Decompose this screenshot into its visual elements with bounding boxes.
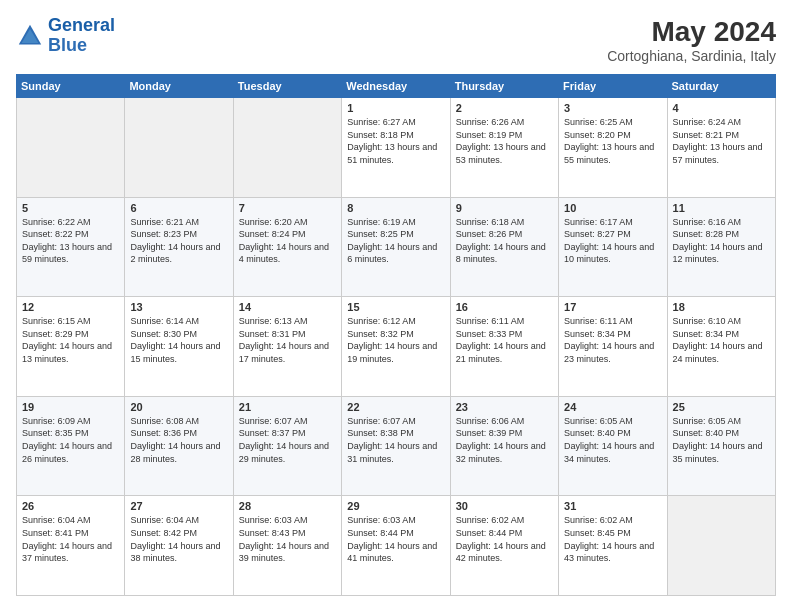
day-cell: 7Sunrise: 6:20 AMSunset: 8:24 PMDaylight…	[233, 197, 341, 297]
day-cell	[125, 98, 233, 198]
day-cell: 10Sunrise: 6:17 AMSunset: 8:27 PMDayligh…	[559, 197, 667, 297]
cell-info: Sunrise: 6:21 AMSunset: 8:23 PMDaylight:…	[130, 217, 220, 265]
day-cell: 11Sunrise: 6:16 AMSunset: 8:28 PMDayligh…	[667, 197, 775, 297]
day-number: 30	[456, 500, 553, 512]
day-cell: 16Sunrise: 6:11 AMSunset: 8:33 PMDayligh…	[450, 297, 558, 397]
cell-info: Sunrise: 6:05 AMSunset: 8:40 PMDaylight:…	[564, 416, 654, 464]
logo-line2: Blue	[48, 35, 87, 55]
cell-info: Sunrise: 6:25 AMSunset: 8:20 PMDaylight:…	[564, 117, 654, 165]
cell-info: Sunrise: 6:04 AMSunset: 8:42 PMDaylight:…	[130, 515, 220, 563]
day-number: 7	[239, 202, 336, 214]
day-number: 18	[673, 301, 770, 313]
cell-info: Sunrise: 6:18 AMSunset: 8:26 PMDaylight:…	[456, 217, 546, 265]
cell-info: Sunrise: 6:27 AMSunset: 8:18 PMDaylight:…	[347, 117, 437, 165]
cell-info: Sunrise: 6:05 AMSunset: 8:40 PMDaylight:…	[673, 416, 763, 464]
day-number: 24	[564, 401, 661, 413]
day-number: 25	[673, 401, 770, 413]
day-number: 1	[347, 102, 444, 114]
day-cell: 26Sunrise: 6:04 AMSunset: 8:41 PMDayligh…	[17, 496, 125, 596]
header-cell-tuesday: Tuesday	[233, 75, 341, 98]
title-block: May 2024 Cortoghiana, Sardinia, Italy	[607, 16, 776, 64]
day-cell: 2Sunrise: 6:26 AMSunset: 8:19 PMDaylight…	[450, 98, 558, 198]
page: General Blue May 2024 Cortoghiana, Sardi…	[0, 0, 792, 612]
week-row-4: 26Sunrise: 6:04 AMSunset: 8:41 PMDayligh…	[17, 496, 776, 596]
week-row-1: 5Sunrise: 6:22 AMSunset: 8:22 PMDaylight…	[17, 197, 776, 297]
day-number: 15	[347, 301, 444, 313]
day-number: 2	[456, 102, 553, 114]
day-number: 6	[130, 202, 227, 214]
day-number: 21	[239, 401, 336, 413]
day-cell: 19Sunrise: 6:09 AMSunset: 8:35 PMDayligh…	[17, 396, 125, 496]
day-cell: 18Sunrise: 6:10 AMSunset: 8:34 PMDayligh…	[667, 297, 775, 397]
day-number: 13	[130, 301, 227, 313]
day-number: 26	[22, 500, 119, 512]
day-cell: 28Sunrise: 6:03 AMSunset: 8:43 PMDayligh…	[233, 496, 341, 596]
day-cell: 1Sunrise: 6:27 AMSunset: 8:18 PMDaylight…	[342, 98, 450, 198]
day-number: 8	[347, 202, 444, 214]
cell-info: Sunrise: 6:24 AMSunset: 8:21 PMDaylight:…	[673, 117, 763, 165]
week-row-3: 19Sunrise: 6:09 AMSunset: 8:35 PMDayligh…	[17, 396, 776, 496]
day-cell: 9Sunrise: 6:18 AMSunset: 8:26 PMDaylight…	[450, 197, 558, 297]
cell-info: Sunrise: 6:07 AMSunset: 8:38 PMDaylight:…	[347, 416, 437, 464]
day-number: 29	[347, 500, 444, 512]
day-number: 23	[456, 401, 553, 413]
day-number: 16	[456, 301, 553, 313]
cell-info: Sunrise: 6:11 AMSunset: 8:33 PMDaylight:…	[456, 316, 546, 364]
header-cell-monday: Monday	[125, 75, 233, 98]
day-cell: 20Sunrise: 6:08 AMSunset: 8:36 PMDayligh…	[125, 396, 233, 496]
cell-info: Sunrise: 6:08 AMSunset: 8:36 PMDaylight:…	[130, 416, 220, 464]
day-cell: 31Sunrise: 6:02 AMSunset: 8:45 PMDayligh…	[559, 496, 667, 596]
cell-info: Sunrise: 6:15 AMSunset: 8:29 PMDaylight:…	[22, 316, 112, 364]
week-row-2: 12Sunrise: 6:15 AMSunset: 8:29 PMDayligh…	[17, 297, 776, 397]
day-number: 19	[22, 401, 119, 413]
day-cell: 29Sunrise: 6:03 AMSunset: 8:44 PMDayligh…	[342, 496, 450, 596]
day-cell: 15Sunrise: 6:12 AMSunset: 8:32 PMDayligh…	[342, 297, 450, 397]
cell-info: Sunrise: 6:11 AMSunset: 8:34 PMDaylight:…	[564, 316, 654, 364]
cell-info: Sunrise: 6:20 AMSunset: 8:24 PMDaylight:…	[239, 217, 329, 265]
header-cell-sunday: Sunday	[17, 75, 125, 98]
day-cell: 22Sunrise: 6:07 AMSunset: 8:38 PMDayligh…	[342, 396, 450, 496]
cell-info: Sunrise: 6:14 AMSunset: 8:30 PMDaylight:…	[130, 316, 220, 364]
header-row: SundayMondayTuesdayWednesdayThursdayFrid…	[17, 75, 776, 98]
day-number: 22	[347, 401, 444, 413]
day-cell: 25Sunrise: 6:05 AMSunset: 8:40 PMDayligh…	[667, 396, 775, 496]
cell-info: Sunrise: 6:04 AMSunset: 8:41 PMDaylight:…	[22, 515, 112, 563]
calendar-table: SundayMondayTuesdayWednesdayThursdayFrid…	[16, 74, 776, 596]
day-cell	[233, 98, 341, 198]
day-number: 20	[130, 401, 227, 413]
day-number: 5	[22, 202, 119, 214]
cell-info: Sunrise: 6:26 AMSunset: 8:19 PMDaylight:…	[456, 117, 546, 165]
cell-info: Sunrise: 6:13 AMSunset: 8:31 PMDaylight:…	[239, 316, 329, 364]
cell-info: Sunrise: 6:22 AMSunset: 8:22 PMDaylight:…	[22, 217, 112, 265]
day-cell: 8Sunrise: 6:19 AMSunset: 8:25 PMDaylight…	[342, 197, 450, 297]
day-cell: 4Sunrise: 6:24 AMSunset: 8:21 PMDaylight…	[667, 98, 775, 198]
day-cell	[667, 496, 775, 596]
day-cell: 13Sunrise: 6:14 AMSunset: 8:30 PMDayligh…	[125, 297, 233, 397]
cell-info: Sunrise: 6:17 AMSunset: 8:27 PMDaylight:…	[564, 217, 654, 265]
day-cell: 24Sunrise: 6:05 AMSunset: 8:40 PMDayligh…	[559, 396, 667, 496]
day-number: 12	[22, 301, 119, 313]
header-cell-thursday: Thursday	[450, 75, 558, 98]
day-cell: 5Sunrise: 6:22 AMSunset: 8:22 PMDaylight…	[17, 197, 125, 297]
main-title: May 2024	[607, 16, 776, 48]
day-number: 28	[239, 500, 336, 512]
cell-info: Sunrise: 6:06 AMSunset: 8:39 PMDaylight:…	[456, 416, 546, 464]
calendar-header: SundayMondayTuesdayWednesdayThursdayFrid…	[17, 75, 776, 98]
day-cell: 21Sunrise: 6:07 AMSunset: 8:37 PMDayligh…	[233, 396, 341, 496]
logo: General Blue	[16, 16, 115, 56]
day-cell: 17Sunrise: 6:11 AMSunset: 8:34 PMDayligh…	[559, 297, 667, 397]
day-cell: 23Sunrise: 6:06 AMSunset: 8:39 PMDayligh…	[450, 396, 558, 496]
cell-info: Sunrise: 6:19 AMSunset: 8:25 PMDaylight:…	[347, 217, 437, 265]
header-cell-saturday: Saturday	[667, 75, 775, 98]
day-number: 17	[564, 301, 661, 313]
week-row-0: 1Sunrise: 6:27 AMSunset: 8:18 PMDaylight…	[17, 98, 776, 198]
day-number: 14	[239, 301, 336, 313]
header: General Blue May 2024 Cortoghiana, Sardi…	[16, 16, 776, 64]
day-number: 9	[456, 202, 553, 214]
day-cell: 3Sunrise: 6:25 AMSunset: 8:20 PMDaylight…	[559, 98, 667, 198]
day-cell: 12Sunrise: 6:15 AMSunset: 8:29 PMDayligh…	[17, 297, 125, 397]
header-cell-friday: Friday	[559, 75, 667, 98]
day-number: 27	[130, 500, 227, 512]
cell-info: Sunrise: 6:12 AMSunset: 8:32 PMDaylight:…	[347, 316, 437, 364]
cell-info: Sunrise: 6:09 AMSunset: 8:35 PMDaylight:…	[22, 416, 112, 464]
